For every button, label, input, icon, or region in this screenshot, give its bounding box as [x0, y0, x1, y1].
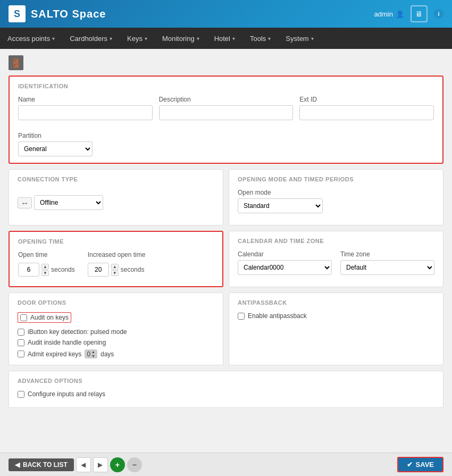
logo-letter: S [14, 9, 20, 20]
name-group: Name [18, 96, 153, 120]
configure-inputs-row[interactable]: Configure inputs and relays [18, 390, 434, 398]
logo-box: S [9, 5, 26, 22]
nav-keys-label: Keys [127, 35, 143, 43]
next-nav-button[interactable]: ▶ [93, 457, 108, 472]
nav-access-points-label: Access points [7, 35, 50, 43]
description-group: Description [159, 96, 294, 120]
enable-antipassback-row[interactable]: Enable antipassback [238, 312, 434, 320]
nav-access-points[interactable]: Access points ▾ [0, 28, 62, 49]
back-to-list-button[interactable]: ◀ BACK TO LIST [9, 458, 74, 471]
identification-title: IDENTIFICATION [18, 83, 434, 89]
advanced-options-section: ADVANCED OPTIONS Configure inputs and re… [9, 371, 443, 408]
calendar-timezone-title: CALENDAR AND TIME ZONE [238, 238, 434, 244]
app-header: S SALTO Space admin 👤 🖥 i [0, 0, 452, 28]
save-label: SAVE [416, 461, 434, 469]
enable-antipassback-text: Enable antipassback [248, 312, 307, 320]
admit-expired-text: Admit expired keys [28, 350, 81, 358]
partition-group: Partition General [18, 132, 434, 156]
connection-type-select[interactable]: Offline Online IP [34, 195, 103, 210]
door-icon: 🚪 [9, 55, 23, 70]
open-time-down-arrow[interactable]: ▼ [41, 270, 49, 276]
expired-arrows: ▲ ▼ [91, 350, 95, 358]
open-time-label: Open time [18, 251, 75, 258]
name-label: Name [18, 96, 153, 103]
opening-time-section: OPENING TIME Open time ▲ ▼ seconds Incre… [9, 231, 223, 287]
checkmark-icon: ✔ [407, 461, 413, 469]
door-options-title: DOOR OPTIONS [18, 299, 214, 306]
nav-system[interactable]: System ▾ [278, 28, 321, 49]
opening-mode-title: OPENING MODE AND TIMED PERIODS [238, 176, 434, 182]
name-input[interactable] [18, 105, 153, 120]
calendar-group: Calendar Calendar0000 [238, 250, 332, 275]
chevron-down-icon: ▾ [110, 36, 112, 41]
next-icon: ▶ [98, 461, 103, 469]
monitor-button[interactable]: 🖥 [411, 5, 428, 22]
configure-inputs-checkbox[interactable] [18, 391, 24, 398]
plus-icon: + [115, 461, 120, 469]
identification-fields: Name Description Ext ID [18, 96, 434, 126]
connection-type-section: CONNECTION TYPE ↔ Offline Online IP [9, 169, 223, 226]
open-time-input[interactable] [18, 263, 39, 277]
increased-open-time-input[interactable] [88, 263, 109, 277]
admit-expired-checkbox[interactable] [18, 350, 24, 357]
info-badge[interactable]: i [434, 9, 443, 19]
audit-on-keys-checkbox[interactable] [20, 314, 27, 321]
description-label: Description [159, 96, 294, 103]
nav-cardholders[interactable]: Cardholders ▾ [62, 28, 120, 49]
open-time-up-arrow[interactable]: ▲ [41, 264, 49, 270]
open-time-group: Open time ▲ ▼ seconds [18, 251, 75, 277]
prev-icon: ◀ [81, 461, 86, 469]
bottom-left-controls: ◀ BACK TO LIST ◀ ▶ + − [9, 457, 142, 472]
antipassback-section: ANTIPASSBACK Enable antipassback [229, 293, 443, 365]
opening-time-content: Open time ▲ ▼ seconds Increased open tim… [18, 251, 214, 277]
description-input[interactable] [159, 105, 294, 120]
nav-monitoring[interactable]: Monitoring ▾ [155, 28, 207, 49]
header-right: admin 👤 🖥 i [374, 5, 443, 22]
save-button[interactable]: ✔ SAVE [397, 457, 443, 472]
ibutton-checkbox[interactable] [18, 329, 24, 336]
user-info[interactable]: admin 👤 [374, 10, 404, 18]
nav-cardholders-label: Cardholders [70, 35, 107, 43]
nav-tools-label: Tools [250, 35, 266, 43]
open-mode-select[interactable]: Standard Toggle Timed [238, 198, 323, 213]
expired-up-arrow[interactable]: ▲ [91, 350, 95, 354]
remove-button[interactable]: − [127, 457, 142, 472]
audit-on-keys-text: Audit on keys [30, 314, 69, 321]
increased-open-time-down-arrow[interactable]: ▼ [111, 270, 119, 276]
audit-inside-checkbox[interactable] [18, 339, 24, 346]
expired-down-arrow[interactable]: ▼ [91, 354, 95, 358]
nav-keys[interactable]: Keys ▾ [120, 28, 155, 49]
chevron-down-icon: ▾ [268, 36, 271, 41]
expired-days-value: 0 [87, 350, 90, 358]
monitor-icon: 🖥 [415, 10, 423, 18]
ibutton-row[interactable]: iButton key detection: pulsed mode [18, 328, 214, 336]
audit-on-keys-label[interactable]: Audit on keys [18, 312, 71, 323]
configure-inputs-text: Configure inputs and relays [28, 390, 105, 398]
ext-id-label: Ext ID [299, 96, 434, 103]
add-button[interactable]: + [110, 457, 125, 472]
increased-open-time-label: Increased open time [88, 251, 146, 258]
info-icon: i [438, 11, 439, 17]
open-time-arrows: ▲ ▼ [41, 264, 49, 276]
admit-expired-row: Admit expired keys 0 ▲ ▼ days [18, 349, 214, 358]
advanced-options-title: ADVANCED OPTIONS [18, 378, 434, 384]
expired-days-label: days [101, 350, 114, 358]
nav-hotel[interactable]: Hotel ▾ [207, 28, 242, 49]
opening-time-calendar-row: OPENING TIME Open time ▲ ▼ seconds Incre… [9, 231, 443, 287]
partition-select[interactable]: General [18, 141, 93, 156]
increased-open-time-spinner: ▲ ▼ seconds [88, 263, 146, 277]
enable-antipassback-checkbox[interactable] [238, 313, 245, 320]
audit-inside-row[interactable]: Audit inside handle opening [18, 339, 214, 346]
calendar-select[interactable]: Calendar0000 [238, 260, 332, 275]
partition-label: Partition [18, 132, 434, 139]
opening-mode-section: OPENING MODE AND TIMED PERIODS Open mode… [229, 169, 443, 226]
prev-nav-button[interactable]: ◀ [76, 457, 91, 472]
increased-open-time-up-arrow[interactable]: ▲ [111, 264, 119, 270]
nav-tools[interactable]: Tools ▾ [242, 28, 278, 49]
ext-id-input[interactable] [299, 105, 434, 120]
increased-open-time-arrows: ▲ ▼ [111, 264, 119, 276]
ext-id-group: Ext ID [299, 96, 434, 120]
expired-days-spinner: 0 ▲ ▼ [85, 349, 97, 358]
timezone-select[interactable]: Default [340, 260, 434, 275]
connection-opening-row: CONNECTION TYPE ↔ Offline Online IP OPEN… [9, 169, 443, 226]
